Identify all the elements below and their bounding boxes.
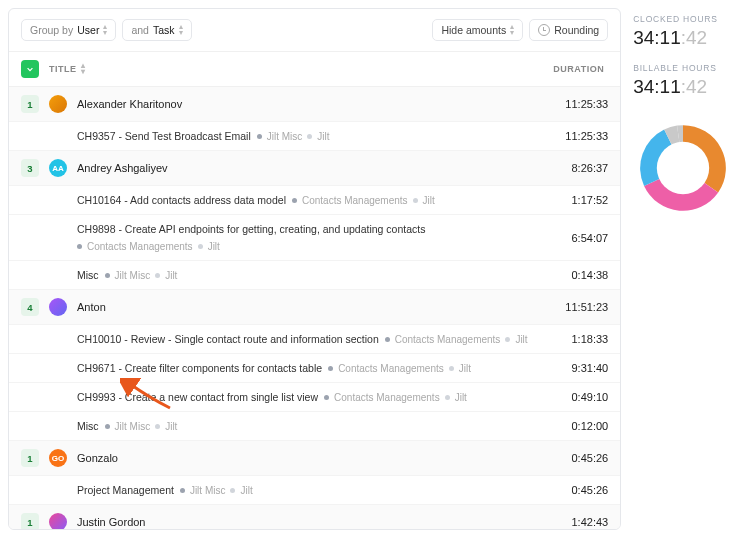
- tag: Jilt: [165, 421, 177, 432]
- user-row[interactable]: 1Justin Gordon1:42:43: [9, 505, 620, 530]
- task-row[interactable]: MiscJilt MiscJilt0:14:38: [9, 261, 620, 290]
- user-name: Gonzalo: [77, 452, 118, 464]
- svg-point-0: [657, 142, 709, 194]
- hide-amounts-button[interactable]: Hide amounts ▴▾: [432, 19, 523, 41]
- user-row[interactable]: 4Anton11:51:23: [9, 290, 620, 325]
- task-meta: Contacts ManagementsJilt: [292, 195, 435, 206]
- tag: Contacts Managements: [395, 334, 501, 345]
- avatar: [49, 513, 67, 530]
- user-row[interactable]: 1Alexander Kharitonov11:25:33: [9, 87, 620, 122]
- tag-dot: [180, 488, 185, 493]
- task-title: Misc: [77, 420, 99, 432]
- tag: Jilt Misc: [267, 131, 303, 142]
- rounding-button[interactable]: Rounding: [529, 19, 608, 41]
- clocked-hours-label: CLOCKED HOURS: [633, 14, 738, 24]
- task-count-badge: 3: [21, 159, 39, 177]
- tag-dot: [105, 424, 110, 429]
- tag: Jilt Misc: [115, 270, 151, 281]
- duration: 1:18:33: [571, 333, 608, 345]
- task-meta: Contacts ManagementsJilt: [324, 392, 467, 403]
- task-title: CH9357 - Send Test Broadcast Email: [77, 130, 251, 142]
- sort-icon: ▴▾: [81, 63, 86, 75]
- tag: Contacts Managements: [87, 241, 193, 252]
- clocked-hours-value: 34:11:42: [633, 27, 738, 49]
- tag-dot: [505, 337, 510, 342]
- tag-dot: [445, 395, 450, 400]
- task-meta: Jilt MiscJilt: [180, 485, 253, 496]
- tag-dot: [77, 244, 82, 249]
- tag: Jilt: [459, 363, 471, 374]
- task-row[interactable]: Project ManagementJilt MiscJilt0:45:26: [9, 476, 620, 505]
- tag: Jilt: [240, 485, 252, 496]
- task-title: CH10010 - Review - Single contact route …: [77, 333, 379, 345]
- user-name: Alexander Kharitonov: [77, 98, 182, 110]
- tag-dot: [324, 395, 329, 400]
- task-row[interactable]: CH10010 - Review - Single contact route …: [9, 325, 620, 354]
- task-meta: Jilt MiscJilt: [105, 421, 178, 432]
- task-meta: Jilt MiscJilt: [257, 131, 330, 142]
- tag-dot: [230, 488, 235, 493]
- task-line: CH10164 - Add contacts address data mode…: [77, 194, 435, 206]
- task-meta: Jilt MiscJilt: [105, 270, 178, 281]
- tag: Contacts Managements: [302, 195, 408, 206]
- duration: 8:26:37: [571, 162, 608, 174]
- task-title: CH9993 - Create a new contact from singl…: [77, 391, 318, 403]
- task-title: CH10164 - Add contacts address data mode…: [77, 194, 286, 206]
- duration: 9:31:40: [571, 362, 608, 374]
- task-count-badge: 4: [21, 298, 39, 316]
- task-row[interactable]: CH10164 - Add contacts address data mode…: [9, 186, 620, 215]
- task-line: CH9671 - Create filter components for co…: [77, 362, 471, 374]
- tag-dot: [449, 366, 454, 371]
- column-title[interactable]: TITLE ▴▾: [49, 63, 85, 75]
- user-row[interactable]: 3AAAndrey Ashgaliyev8:26:37: [9, 151, 620, 186]
- duration: 0:14:38: [571, 269, 608, 281]
- tag-dot: [292, 198, 297, 203]
- task-title: Project Management: [77, 484, 174, 496]
- task-count-badge: 1: [21, 449, 39, 467]
- task-row[interactable]: CH9671 - Create filter components for co…: [9, 354, 620, 383]
- collapse-all-button[interactable]: [21, 60, 39, 78]
- duration: 6:54:07: [571, 232, 608, 244]
- tag: Jilt: [317, 131, 329, 142]
- duration: 0:45:26: [571, 484, 608, 496]
- task-row[interactable]: MiscJilt MiscJilt0:12:00: [9, 412, 620, 441]
- column-duration[interactable]: DURATION: [553, 64, 608, 74]
- tag-dot: [385, 337, 390, 342]
- task-row[interactable]: CH9357 - Send Test Broadcast EmailJilt M…: [9, 122, 620, 151]
- task-meta: Contacts ManagementsJilt: [77, 241, 220, 252]
- group-by-value: User: [77, 24, 99, 36]
- tag-dot: [328, 366, 333, 371]
- tag-dot: [307, 134, 312, 139]
- duration: 0:49:10: [571, 391, 608, 403]
- task-row[interactable]: CH9993 - Create a new contact from singl…: [9, 383, 620, 412]
- tag: Contacts Managements: [334, 392, 440, 403]
- task-title: CH9898 - Create API endpoints for gettin…: [77, 223, 425, 235]
- task-meta: Contacts ManagementsJilt: [385, 334, 528, 345]
- task-title: Misc: [77, 269, 99, 281]
- user-row[interactable]: 1GOGonzalo0:45:26: [9, 441, 620, 476]
- sort-icon: ▴▾: [510, 24, 514, 36]
- task-line: MiscJilt MiscJilt: [77, 420, 177, 432]
- task-count-badge: 1: [21, 95, 39, 113]
- duration: 1:17:52: [571, 194, 608, 206]
- hide-amounts-label: Hide amounts: [441, 24, 506, 36]
- task-row[interactable]: CH9898 - Create API endpoints for gettin…: [9, 215, 620, 261]
- avatar: [49, 298, 67, 316]
- sidebar: CLOCKED HOURS 34:11:42 BILLABLE HOURS 34…: [621, 0, 750, 538]
- time-report-table: Group by User ▴▾ and Task ▴▾ Hide amount…: [8, 8, 621, 530]
- task-line: CH10010 - Review - Single contact route …: [77, 333, 528, 345]
- tag: Jilt: [423, 195, 435, 206]
- tag-dot: [413, 198, 418, 203]
- tag: Jilt Misc: [190, 485, 226, 496]
- duration: 0:12:00: [571, 420, 608, 432]
- group-by-label: Group by: [30, 24, 73, 36]
- billable-hours-value: 34:11:42: [633, 76, 738, 98]
- group-and-selector[interactable]: and Task ▴▾: [122, 19, 191, 41]
- tag-dot: [155, 424, 160, 429]
- toolbar: Group by User ▴▾ and Task ▴▾ Hide amount…: [9, 9, 620, 52]
- group-by-selector[interactable]: Group by User ▴▾: [21, 19, 116, 41]
- tag: Jilt Misc: [115, 421, 151, 432]
- tag: Jilt: [515, 334, 527, 345]
- tag: Jilt: [208, 241, 220, 252]
- duration: 11:51:23: [565, 301, 608, 313]
